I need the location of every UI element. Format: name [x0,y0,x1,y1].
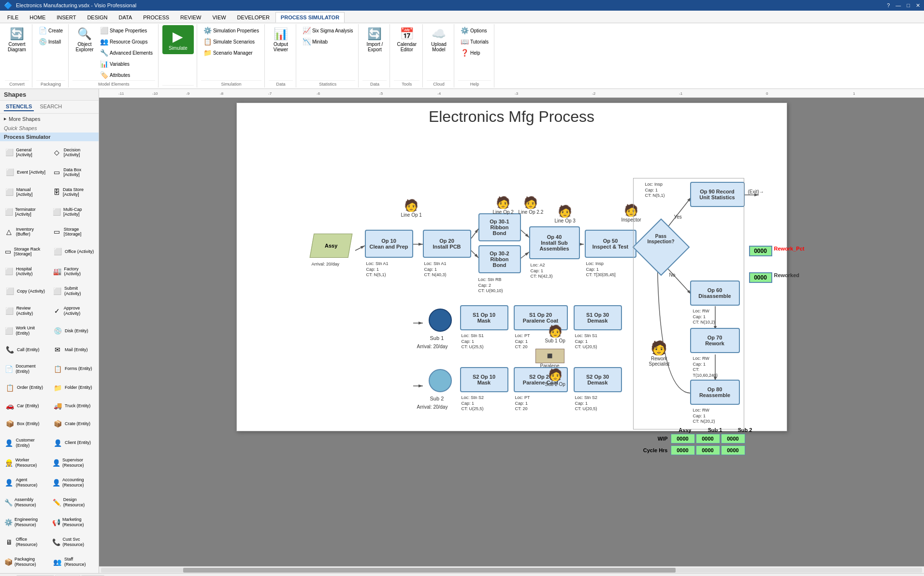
shape-item-31[interactable]: 👤Client (Entity) [50,433,97,452]
shape-item-3[interactable]: ▭Data Box [Activity] [50,163,97,182]
shape-item-32[interactable]: 👷Worker (Resource) [2,453,49,472]
shape-item-15[interactable]: ⬜Submit (Activity) [50,282,97,301]
shape-item-18[interactable]: ⬜Work Unit (Entity) [2,322,49,340]
object-explorer-button[interactable]: 🔍 ObjectExplorer [72,25,97,54]
ribbon-tab-design[interactable]: DESIGN [82,12,113,23]
help-ribbon-button[interactable]: ❓Help [458,47,491,58]
maximize-button[interactable]: □ [907,2,910,9]
attributes-button[interactable]: 🏷️Attributes [98,70,155,80]
sub2-circle[interactable] [429,369,452,392]
shape-item-36[interactable]: 🔧Assembly (Resource) [2,493,49,512]
shape-item-30[interactable]: 👤Customer (Entity) [2,433,49,452]
shape-item-25[interactable]: 📁Folder (Entity) [50,379,97,396]
shape-item-12[interactable]: ⬜Hospital (Activity) [2,262,49,281]
assy-shape[interactable]: Assy [309,234,352,258]
shape-item-43[interactable]: 👥Staff (Resource) [50,552,97,571]
shape-item-20[interactable]: 📞Call (Entity) [2,341,49,358]
s1op30-box[interactable]: S1 Op 30Demask [574,305,622,330]
shape-item-11[interactable]: ⬜Office (Activity) [50,242,97,261]
shape-item-34[interactable]: 👤Agent (Resource) [2,473,49,492]
ribbon-tab-home[interactable]: HOME [24,12,51,23]
ribbon-tab-data[interactable]: DATA [114,12,138,23]
ribbon-tab-view[interactable]: VIEW [207,12,231,23]
resource-groups-button[interactable]: 👥Resource Groups [98,36,155,47]
minitab-button[interactable]: 📉Minitab [300,36,355,47]
shape-item-22[interactable]: 📄Document (Entity) [2,359,49,378]
calendar-editor-button[interactable]: 📅 CalendarEditor [394,25,419,54]
add-page-button[interactable]: ⊕ [105,575,115,576]
tutorials-button[interactable]: 📖Tutorials [458,36,491,47]
simulation-properties-button[interactable]: ⚙️Simulation Properties [201,25,261,36]
ribbon-tab-file[interactable]: FILE [2,12,24,23]
shape-item-13[interactable]: 🏭Factory (Activity) [50,262,97,281]
shape-item-28[interactable]: 📦Box (Entity) [2,415,49,432]
shape-item-39[interactable]: 📢Marketing (Resource) [50,513,97,532]
canvas[interactable]: Electronics Mfg Process Assy Arrival: 20… [236,103,787,431]
sub2-wip[interactable]: 0000 [721,434,745,443]
shape-item-23[interactable]: 📋Forms (Entity) [50,359,97,378]
shape-item-27[interactable]: 🚚Truck (Entity) [50,397,97,414]
s2op30-box[interactable]: S2 Op 30Demask [574,367,622,392]
op60-box[interactable]: Op 60Disassemble [690,281,740,306]
shape-item-21[interactable]: ✉Mail (Entity) [50,341,97,358]
help-button[interactable]: ? [887,2,890,9]
install-button[interactable]: 💿Install [36,36,65,47]
shape-item-40[interactable]: 🖥Office (Resource) [2,532,49,551]
options-button[interactable]: ⚙️Options [458,25,491,36]
more-shapes[interactable]: ▸ More Shapes [0,114,99,124]
shape-item-19[interactable]: 💿Disk (Entity) [50,322,97,340]
six-sigma-button[interactable]: 📈Six Sigma Analysis [300,25,355,36]
advanced-elements-button[interactable]: 🔧Advanced Elements [98,47,155,58]
shape-item-33[interactable]: 👤Supervisor (Resource) [50,453,97,472]
shape-item-17[interactable]: ✓Approve (Activity) [50,302,97,321]
shape-item-2[interactable]: ⬜Event [Activity] [2,163,49,182]
op302-box[interactable]: Op 30-2RibbonBond [478,245,521,273]
simulate-button[interactable]: ▶ Simulate [162,25,194,54]
ribbon-tab-developer[interactable]: DEVELOPER [232,12,275,23]
simulate-scenarios-button[interactable]: 📋Simulate Scenarios [201,36,261,47]
shape-item-37[interactable]: ✏️Design (Resource) [50,493,97,512]
shape-item-14[interactable]: ⬜Copy (Activity) [2,282,49,301]
convert-diagram-button[interactable]: 🔄 ConvertDiagram [5,25,29,54]
shape-item-16[interactable]: ⬜Review (Activity) [2,302,49,321]
op80-box[interactable]: Op 80Reassemble [690,380,740,405]
create-button[interactable]: 📄Create [36,25,65,36]
minimize-button[interactable]: — [895,2,901,9]
ribbon-tab-process[interactable]: PROCESS [138,12,174,23]
shape-item-26[interactable]: 🚗Car (Entity) [2,397,49,414]
op10-box[interactable]: Op 10Clean and Prep [365,230,413,258]
shape-item-41[interactable]: 📞Cust Svc (Resource) [50,532,97,551]
shape-item-9[interactable]: ▭Storage [Storage] [50,222,97,241]
stencils-tab[interactable]: STENCILS [4,103,34,111]
shape-item-5[interactable]: 🗄Data Store [Activity] [50,183,97,202]
h-scrollbar[interactable] [99,566,924,573]
op301-box[interactable]: Op 30-1RibbonBond [478,213,521,241]
h-scrollbar-thumb[interactable] [183,568,676,573]
assy-cycle[interactable]: 0000 [671,445,695,455]
close-button[interactable]: ✕ [916,2,920,9]
sub1-cycle[interactable]: 0000 [696,445,720,455]
sub1-wip[interactable]: 0000 [696,434,720,443]
ribbon-tab-insert[interactable]: INSERT [51,12,81,23]
output-viewer-button[interactable]: 📊 OutputViewer [269,25,293,54]
sub1-circle[interactable] [429,309,452,332]
shape-properties-button[interactable]: ⬜Shape Properties [98,25,155,36]
ribbon-tab-processsimulator[interactable]: PROCESS SIMULATOR [275,12,345,23]
shape-item-0[interactable]: ⬜General [Activity] [2,143,49,162]
shape-item-38[interactable]: ⚙️Engineering (Resource) [2,513,49,532]
shape-item-7[interactable]: ⬜Multi-Cap [Activity] [50,203,97,222]
shape-item-1[interactable]: ◇Decision [Activity] [50,143,97,162]
shape-item-42[interactable]: 📦Packaging (Resource) [2,552,49,571]
op50-box[interactable]: Op 50Inspect & Test [585,230,636,258]
shape-item-29[interactable]: 📦Crate (Entity) [50,415,97,432]
shape-item-35[interactable]: 👤Accounting (Resource) [50,473,97,492]
shape-item-24[interactable]: 📋Order (Entity) [2,379,49,396]
search-tab[interactable]: SEARCH [38,103,64,111]
op40-box[interactable]: Op 40Install SubAssemblies [529,226,580,259]
sub2-cycle[interactable]: 0000 [721,445,745,455]
shape-item-6[interactable]: ⬜Terminator [Activity] [2,203,49,222]
op90-box[interactable]: Op 90 RecordUnit Statistics [690,182,745,207]
canvas-wrapper[interactable]: Electronics Mfg Process Assy Arrival: 20… [99,98,924,566]
variables-button[interactable]: 📊Variables [98,59,155,69]
ribbon-tab-review[interactable]: REVIEW [175,12,206,23]
